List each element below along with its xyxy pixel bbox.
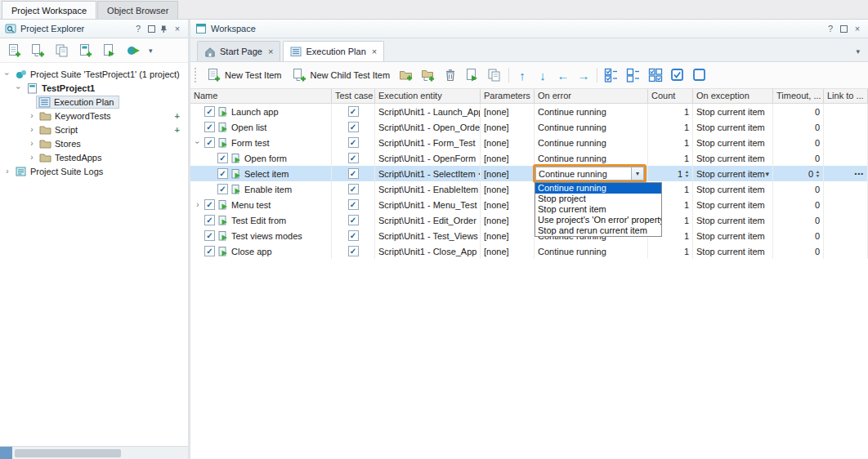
test-case-checkbox[interactable]: ✓ xyxy=(348,215,359,225)
on-error-combo[interactable]: Continue running ▾ xyxy=(535,167,644,180)
collapse-chevron-icon[interactable]: › xyxy=(15,83,23,92)
expand-chevron-icon[interactable]: › xyxy=(28,153,36,162)
table-row[interactable]: ✓Launch app ✓ Script\Unit1 - Launch_App … xyxy=(190,104,868,119)
column-header-execution-entity[interactable]: Execution entity xyxy=(375,89,481,103)
expand-chevron-icon[interactable]: › xyxy=(28,125,36,134)
new-project-button[interactable] xyxy=(30,42,47,59)
toolbar-overflow-caret[interactable]: ▾ xyxy=(149,47,153,55)
help-button[interactable]: ? xyxy=(132,24,144,33)
tab-execution-plan[interactable]: Execution Plan × xyxy=(283,41,384,61)
table-row[interactable]: ›✓Form test ✓ Script\Unit1 - Form_Test [… xyxy=(190,135,868,150)
tree-item-testproject1[interactable]: › TestProject1 xyxy=(0,81,188,95)
tree-item-stores[interactable]: › Stores xyxy=(0,136,188,150)
row-checkbox[interactable]: ✓ xyxy=(204,215,215,225)
row-checkbox[interactable]: ✓ xyxy=(204,246,215,256)
table-row[interactable]: ✓Close app ✓ Script\Unit1 - Close_App [n… xyxy=(190,243,868,259)
new-item-button[interactable] xyxy=(78,42,94,59)
expand-chevron-icon[interactable]: › xyxy=(28,111,36,120)
help-button[interactable]: ? xyxy=(825,24,836,33)
expand-chevron-icon[interactable]: › xyxy=(28,139,36,148)
check-all-button[interactable] xyxy=(603,67,620,83)
table-row[interactable]: ✓Open list ✓ Script\Unit1 - Open_Order..… xyxy=(190,119,868,135)
row-checkbox[interactable]: ✓ xyxy=(204,137,215,148)
test-case-checkbox[interactable]: ✓ xyxy=(348,246,359,256)
test-case-checkbox[interactable]: ✓ xyxy=(348,153,359,163)
test-case-checkbox[interactable]: ✓ xyxy=(348,199,359,210)
row-checkbox[interactable]: ✓ xyxy=(217,184,228,194)
new-child-group-button[interactable] xyxy=(420,67,436,83)
toolbar-grip[interactable] xyxy=(195,68,197,82)
dropdown-option[interactable]: Stop project xyxy=(535,194,661,204)
show-report-button[interactable] xyxy=(486,67,503,83)
test-case-checkbox[interactable]: ✓ xyxy=(348,137,359,148)
test-case-checkbox[interactable]: ✓ xyxy=(348,184,359,194)
table-row[interactable]: ✓Test views modes ✓ Script\Unit1 - Test_… xyxy=(190,228,868,243)
run-mode-button[interactable] xyxy=(125,42,141,59)
disable-item-button[interactable] xyxy=(691,67,708,83)
tree-item-execution-plan[interactable]: Execution Plan xyxy=(0,95,188,109)
uncheck-all-button[interactable] xyxy=(625,67,642,83)
new-child-test-item-button[interactable]: New Child Test Item xyxy=(290,67,393,83)
add-item-plus-button[interactable]: + xyxy=(175,111,180,121)
collapse-chevron-icon[interactable]: › xyxy=(194,138,202,147)
table-row[interactable]: ›✓Menu test ✓ Script\Unit1 - Menu_Test [… xyxy=(190,197,868,212)
dropdown-option[interactable]: Use project's 'On error' property xyxy=(535,215,661,225)
table-row[interactable]: ✓Open form ✓ Script\Unit1 - OpenForm [no… xyxy=(190,150,868,166)
test-case-checkbox[interactable]: ✓ xyxy=(348,122,359,132)
move-up-button[interactable]: ↑ xyxy=(515,69,530,82)
horizontal-scrollbar[interactable] xyxy=(0,446,188,459)
expand-chevron-icon[interactable]: › xyxy=(194,200,202,209)
close-button[interactable]: × xyxy=(852,24,863,33)
link-ellipsis-button[interactable]: ••• xyxy=(855,170,864,177)
combo-dropdown-button[interactable]: ▾ xyxy=(631,167,643,180)
move-left-button[interactable]: ← xyxy=(556,69,570,82)
row-checkbox[interactable]: ✓ xyxy=(204,199,215,210)
on-exception-dropdown-button[interactable]: ▾ xyxy=(765,170,769,178)
pin-button[interactable] xyxy=(159,25,168,33)
timeout-spinner[interactable]: ▲▼ xyxy=(816,170,820,177)
run-test-item-button[interactable] xyxy=(464,67,481,83)
column-header-name[interactable]: Name xyxy=(190,89,332,103)
column-header-timeout[interactable]: Timeout, ... xyxy=(773,89,824,103)
column-header-on-error[interactable]: On error xyxy=(535,89,648,103)
new-test-item-button[interactable]: New Test Item xyxy=(204,67,284,83)
test-case-checkbox[interactable]: ✓ xyxy=(348,168,359,179)
maximize-button[interactable] xyxy=(840,25,848,33)
row-checkbox[interactable]: ✓ xyxy=(217,153,228,163)
maximize-button[interactable] xyxy=(148,25,155,33)
test-case-checkbox[interactable]: ✓ xyxy=(348,230,359,241)
new-project-suite-button[interactable] xyxy=(7,42,23,59)
table-row-selected[interactable]: ✓Select item ✓ Script\Unit1 - SelectItem… xyxy=(190,166,868,181)
column-header-on-exception[interactable]: On exception xyxy=(693,89,773,103)
tab-start-page[interactable]: Start Page × xyxy=(197,41,280,61)
tab-object-browser[interactable]: Object Browser xyxy=(97,1,178,19)
dropdown-option[interactable]: Stop and rerun current item xyxy=(535,225,661,236)
add-existing-item-button[interactable] xyxy=(54,42,70,59)
run-project-button[interactable] xyxy=(101,42,118,59)
tab-project-workspace[interactable]: Project Workspace xyxy=(2,1,96,19)
column-header-link-to[interactable]: Link to ... xyxy=(824,89,868,103)
tree-item-project-suite-logs[interactable]: › Project Suite Logs xyxy=(0,164,188,178)
tab-close-icon[interactable]: × xyxy=(268,47,273,56)
invert-checks-button[interactable] xyxy=(647,67,664,83)
add-item-plus-button[interactable]: + xyxy=(175,125,180,135)
tree-item-keywordtests[interactable]: › KeywordTests + xyxy=(0,109,188,123)
dropdown-option[interactable]: Stop current item xyxy=(535,204,661,215)
tab-close-icon[interactable]: × xyxy=(372,47,377,56)
dropdown-option[interactable]: Continue running xyxy=(535,183,661,194)
column-header-parameters[interactable]: Parameters xyxy=(481,89,535,103)
tree-item-testedapps[interactable]: › TestedApps xyxy=(0,150,188,164)
count-spinner[interactable]: ▲▼ xyxy=(685,170,689,177)
table-row[interactable]: ✓Test Edit from ✓ Script\Unit1 - Edit_Or… xyxy=(190,212,868,228)
expand-chevron-icon[interactable]: › xyxy=(3,167,11,176)
tree-item-script[interactable]: › Script + xyxy=(0,123,188,136)
tree-item-project-suite[interactable]: › Project Suite 'TestProject1' (1 projec… xyxy=(0,67,188,81)
row-checkbox[interactable]: ✓ xyxy=(204,230,215,241)
table-row[interactable]: ✓Enable item ✓ Script\Unit1 - EnableItem… xyxy=(190,181,868,197)
tab-list-caret[interactable]: ▾ xyxy=(856,47,860,56)
enable-item-button[interactable] xyxy=(669,67,686,83)
row-checkbox[interactable]: ✓ xyxy=(217,168,228,179)
move-right-button[interactable]: → xyxy=(576,69,591,82)
column-header-test-case[interactable]: Test case xyxy=(332,89,375,103)
test-case-checkbox[interactable]: ✓ xyxy=(348,106,359,117)
